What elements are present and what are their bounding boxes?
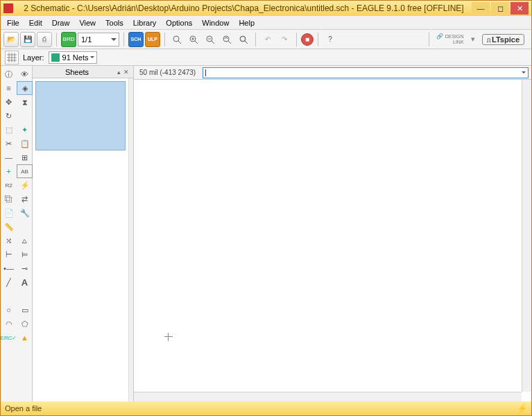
circle-tool[interactable]: ○	[1, 303, 17, 317]
delete-tool[interactable]: —	[1, 150, 17, 164]
sheets-collapse-icon[interactable]: ▴	[117, 69, 121, 76]
polygon-tool[interactable]: ⬠	[17, 317, 33, 331]
status-text: Open a file	[5, 404, 42, 413]
group-tool[interactable]: ⬚	[1, 123, 17, 137]
menu-edit[interactable]: Edit	[24, 17, 47, 28]
svg-point-0	[173, 36, 179, 42]
menu-window[interactable]: Window	[197, 17, 234, 28]
separator	[56, 33, 57, 46]
close-button[interactable]: ✕	[510, 2, 529, 15]
move-tool[interactable]: ✥	[1, 95, 17, 109]
add-tool[interactable]: ⊞	[17, 150, 33, 164]
grid-button[interactable]	[5, 51, 19, 64]
text-tool[interactable]: A	[17, 275, 33, 289]
pin-tool[interactable]: +	[1, 164, 17, 178]
sheets-close-icon[interactable]: ✕	[123, 69, 129, 76]
sheet-selector[interactable]: 1/1	[78, 33, 119, 46]
maximize-button[interactable]: ◻	[491, 2, 509, 15]
help-button[interactable]: ?	[323, 32, 338, 47]
sheets-body	[33, 78, 133, 401]
cursor-crosshair-icon	[164, 333, 173, 341]
redo-button[interactable]: ↷	[277, 32, 292, 47]
vertical-scrollbar[interactable]	[522, 80, 531, 392]
svg-point-9	[223, 36, 229, 42]
titlebar: 2 Schematic - C:\Users\Adrián\Desktop\Ar…	[1, 1, 531, 16]
horizontal-scrollbar[interactable]	[134, 392, 522, 401]
layer-value: 91 Nets	[62, 53, 89, 62]
separator	[123, 33, 124, 46]
errors-tool[interactable]: ▲	[17, 331, 33, 345]
arc-tool[interactable]: ◠	[1, 317, 17, 331]
command-input[interactable]	[203, 67, 529, 78]
open-button[interactable]: 📂	[3, 32, 19, 47]
svg-rect-13	[241, 37, 245, 41]
change-tool[interactable]: ✦	[17, 123, 33, 137]
sheets-header: Sheets ▴ ✕	[33, 66, 133, 78]
junction-tool[interactable]: •—	[1, 261, 17, 275]
run-ulp-button[interactable]: ULP	[145, 32, 160, 47]
sheets-scrollbar[interactable]	[128, 78, 133, 401]
erc-tool[interactable]: ERC✓	[1, 331, 17, 345]
sheets-title: Sheets	[37, 68, 117, 76]
cam-button[interactable]: BRD	[61, 32, 76, 47]
menu-options[interactable]: Options	[161, 17, 197, 28]
rotate-tool[interactable]: ↻	[1, 109, 17, 123]
rect-tool[interactable]: ▭	[17, 303, 33, 317]
paste-tool[interactable]: 📋	[17, 137, 33, 150]
ltspice-icon[interactable]: ⎍ LTspice	[482, 34, 524, 45]
print-button[interactable]: ⎙	[37, 32, 52, 47]
copy-tool[interactable]: ⿻	[1, 192, 17, 206]
undo-button[interactable]: ↶	[260, 32, 275, 47]
menu-library[interactable]: Library	[128, 17, 162, 28]
line-tool[interactable]: ╱	[1, 275, 17, 289]
invoke-tool[interactable]: 📄	[1, 206, 17, 220]
label-tool[interactable]: ⊸	[17, 261, 33, 275]
net-tool[interactable]: ⊢	[1, 248, 17, 261]
layer-toolbar: Layer: 91 Nets	[1, 49, 531, 66]
zoom-select-button[interactable]	[236, 32, 251, 47]
layer-selector[interactable]: 91 Nets	[49, 51, 97, 64]
zoom-redraw-button[interactable]	[219, 32, 234, 47]
layers-tool[interactable]: ≡	[1, 81, 17, 95]
show-tool[interactable]: 👁	[17, 67, 33, 81]
bus-tool[interactable]: ⊨	[17, 248, 33, 261]
menu-tools[interactable]: Tools	[101, 17, 128, 28]
design-link-icon[interactable]: 🔗 DESIGNLINK	[436, 34, 463, 45]
menu-help[interactable]: Help	[234, 17, 259, 28]
gate-tool[interactable]: 🜂	[17, 234, 33, 248]
separator	[164, 33, 165, 46]
main-area: ⓘ 👁 ≡ ◈ ✥ ⧗ ↻ ⬚ ✦ ✂ 📋 — ⊞ + AB R2 ⚡ ⿻ ⇄ …	[1, 66, 531, 401]
name-tool[interactable]: AB	[17, 164, 33, 178]
separator	[255, 33, 256, 46]
blank	[17, 109, 33, 123]
zoom-fit-button[interactable]	[169, 32, 185, 47]
minimize-button[interactable]: —	[472, 2, 490, 15]
statusbar: Open a file ⚡	[1, 401, 531, 415]
mirror-tool[interactable]: ⧗	[17, 95, 33, 109]
sheet-thumbnail[interactable]	[35, 81, 126, 150]
layer-swatch	[51, 53, 60, 62]
schematic-canvas[interactable]	[134, 80, 531, 401]
mark-tool[interactable]: ◈	[17, 81, 33, 95]
save-button[interactable]: 💾	[20, 32, 35, 47]
layer-label: Layer:	[23, 53, 44, 62]
sheet-selector-value: 1/1	[81, 35, 92, 44]
wrench-tool[interactable]: 🔧	[17, 206, 33, 220]
zoom-out-button[interactable]	[203, 32, 218, 47]
gateswap-tool[interactable]: ⇄	[17, 192, 33, 206]
menu-file[interactable]: File	[2, 17, 24, 28]
zoom-in-button[interactable]	[186, 32, 201, 47]
switch-sch-button[interactable]: SCH	[128, 32, 144, 47]
bolt-icon: ⚡	[517, 404, 527, 413]
info-tool[interactable]: ⓘ	[1, 67, 17, 81]
menu-draw[interactable]: Draw	[47, 17, 75, 28]
smash-tool[interactable]: ⚡	[17, 178, 33, 192]
menu-view[interactable]: View	[74, 17, 101, 28]
replace-tool[interactable]: ⤭	[1, 234, 17, 248]
stop-button[interactable]: ■	[301, 33, 314, 46]
dimension-tool[interactable]: 📏	[1, 220, 17, 234]
left-toolbox: ⓘ 👁 ≡ ◈ ✥ ⧗ ↻ ⬚ ✦ ✂ 📋 — ⊞ + AB R2 ⚡ ⿻ ⇄ …	[1, 66, 33, 401]
canvas-wrap: 50 mil (-413 2473)	[134, 66, 531, 401]
value-tool[interactable]: R2	[1, 178, 17, 192]
cut-tool[interactable]: ✂	[1, 137, 17, 150]
